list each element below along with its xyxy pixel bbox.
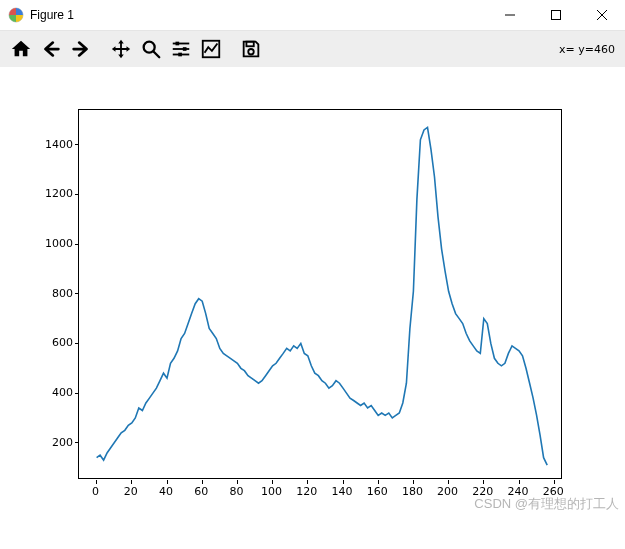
x-tick-label: 260 bbox=[543, 485, 564, 498]
svg-rect-2 bbox=[552, 11, 561, 20]
x-tick-label: 100 bbox=[261, 485, 282, 498]
close-button[interactable] bbox=[579, 0, 625, 31]
configure-subplots-button[interactable] bbox=[166, 34, 196, 64]
svg-rect-14 bbox=[246, 42, 253, 47]
svg-rect-8 bbox=[176, 42, 180, 46]
x-tick-label: 140 bbox=[332, 485, 353, 498]
svg-line-6 bbox=[154, 52, 160, 58]
x-tick-label: 60 bbox=[194, 485, 208, 498]
y-tick-label: 800 bbox=[52, 286, 73, 299]
line-series bbox=[79, 110, 563, 480]
axes bbox=[78, 109, 562, 479]
x-tick-label: 80 bbox=[229, 485, 243, 498]
app-icon bbox=[8, 7, 24, 23]
window-title: Figure 1 bbox=[30, 8, 487, 22]
x-tick-label: 160 bbox=[367, 485, 388, 498]
y-tick-label: 1400 bbox=[45, 137, 73, 150]
y-tick-label: 1000 bbox=[45, 237, 73, 250]
x-tick-label: 180 bbox=[402, 485, 423, 498]
svg-point-15 bbox=[248, 49, 254, 55]
y-tick-label: 200 bbox=[52, 435, 73, 448]
back-button[interactable] bbox=[36, 34, 66, 64]
forward-button[interactable] bbox=[66, 34, 96, 64]
x-tick-label: 220 bbox=[472, 485, 493, 498]
plot-area[interactable]: 200400600800100012001400 020406080100120… bbox=[0, 67, 625, 549]
minimize-button[interactable] bbox=[487, 0, 533, 31]
edit-axis-button[interactable] bbox=[196, 34, 226, 64]
x-tick-label: 120 bbox=[296, 485, 317, 498]
coordinate-readout: x= y=460 bbox=[559, 43, 619, 56]
y-tick-label: 400 bbox=[52, 386, 73, 399]
svg-rect-12 bbox=[178, 53, 182, 57]
zoom-button[interactable] bbox=[136, 34, 166, 64]
x-tick-label: 20 bbox=[124, 485, 138, 498]
toolbar: x= y=460 bbox=[0, 31, 625, 67]
maximize-button[interactable] bbox=[533, 0, 579, 31]
home-button[interactable] bbox=[6, 34, 36, 64]
svg-rect-10 bbox=[183, 47, 187, 51]
x-tick-label: 0 bbox=[92, 485, 99, 498]
save-button[interactable] bbox=[236, 34, 266, 64]
y-tick-label: 1200 bbox=[45, 187, 73, 200]
x-tick-label: 200 bbox=[437, 485, 458, 498]
title-bar: Figure 1 bbox=[0, 0, 625, 31]
y-tick-label: 600 bbox=[52, 336, 73, 349]
x-tick-label: 240 bbox=[508, 485, 529, 498]
pan-button[interactable] bbox=[106, 34, 136, 64]
x-tick-label: 40 bbox=[159, 485, 173, 498]
